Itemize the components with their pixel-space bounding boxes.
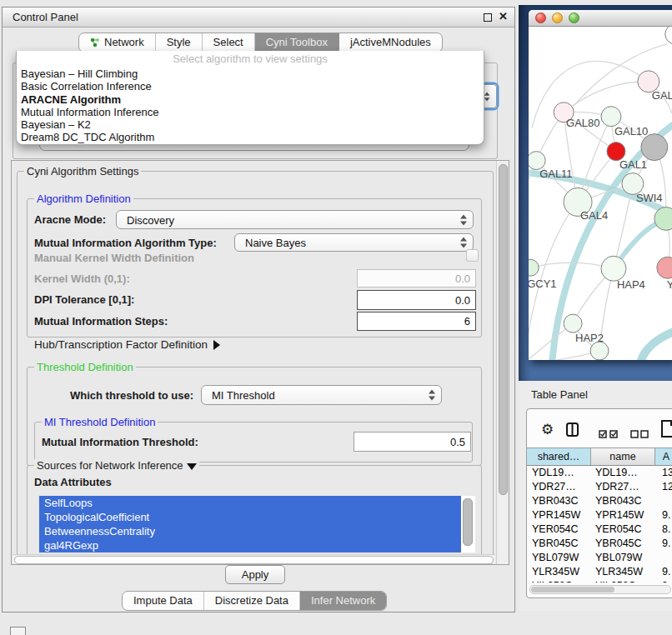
tab-jactivemnodules[interactable]: jActiveMNodules: [339, 33, 442, 52]
export-table-icon[interactable]: [660, 420, 672, 441]
network-view-window: GALGAL80GAL10GAL1GAL11SWI4GAL4GCY1HAP4YH…: [529, 10, 672, 360]
network-node-gal10[interactable]: [601, 107, 621, 127]
network-node[interactable]: [665, 27, 672, 44]
network-node[interactable]: [654, 207, 672, 230]
algorithm-option-mutual-information-inference[interactable]: Mutual Information Inference: [17, 106, 484, 118]
show-checked-columns-icon[interactable]: [599, 427, 619, 442]
gear-icon[interactable]: ⚙: [541, 421, 554, 438]
mi-steps-label: Mutual Information Steps:: [34, 315, 168, 328]
mi-algorithm-type-label: Mutual Information Algorithm Type:: [34, 237, 217, 249]
network-node-hap2[interactable]: [564, 314, 582, 332]
network-edge[interactable]: [640, 332, 672, 360]
table-cell: [655, 494, 672, 508]
tab-label: jActiveMNodules: [350, 33, 431, 52]
which-threshold-select[interactable]: MI Threshold: [201, 385, 442, 405]
stepper-arrows-icon: [429, 390, 436, 401]
mi-threshold-value: 0.5: [450, 436, 465, 448]
table-row[interactable]: YBR045CYBR045C9.: [527, 537, 672, 551]
column-header-name[interactable]: name: [591, 448, 655, 465]
table-body: YDL19…YDL19…13YDR27…YDR27…12YBR043CYBR04…: [527, 466, 672, 582]
network-canvas[interactable]: GALGAL80GAL10GAL1GAL11SWI4GAL4GCY1HAP4YH…: [529, 27, 672, 360]
attribute-item-selfloops[interactable]: SelfLoops: [39, 496, 461, 510]
table-row[interactable]: YLR345WYLR345W9.: [527, 565, 672, 579]
close-panel-icon[interactable]: ✕: [499, 10, 508, 22]
network-edge[interactable]: [529, 351, 599, 360]
table-cell: YDL19…: [527, 466, 591, 480]
network-node-hap4[interactable]: [601, 256, 626, 281]
table-row[interactable]: YPR145WYPR145W9.: [527, 508, 672, 522]
apply-button[interactable]: Apply: [225, 565, 285, 584]
settings-horizontal-scrollbar[interactable]: [13, 554, 495, 563]
tab-select[interactable]: Select: [203, 33, 255, 52]
data-attributes-list[interactable]: SelfLoopsTopologicalCoefficientBetweenne…: [39, 496, 475, 552]
dpi-tolerance-field[interactable]: 0.0: [357, 290, 476, 310]
threshold-definition-group: Threshold Definition Which threshold to …: [27, 367, 482, 466]
panel-title: Control Panel: [13, 11, 78, 23]
attribute-item-gal4rgexp[interactable]: gal4RGexp: [39, 538, 461, 552]
manual-kernel-width-checkbox[interactable]: [466, 249, 479, 262]
tab-label: Network: [104, 33, 144, 52]
mi-algorithm-type-select[interactable]: Naive Bayes: [234, 233, 474, 252]
float-panel-icon[interactable]: [484, 13, 492, 22]
network-window-titlebar[interactable]: [529, 10, 672, 27]
group-title: MI Threshold Definition: [42, 416, 158, 428]
table-horizontal-scrollbar[interactable]: [529, 585, 671, 594]
algorithm-option-basic-correlation-inference[interactable]: Basic Correlation Inference: [17, 80, 484, 92]
bottom-tab-bar: Impute DataDiscretize DataInfer Network: [122, 591, 387, 611]
tab-impute-data[interactable]: Impute Data: [123, 592, 204, 610]
scrollbar-thumb[interactable]: [531, 587, 614, 592]
node-label-gal10: GAL10: [614, 125, 648, 138]
algorithm-dropdown[interactable]: Select algorithm to view settings Bayesi…: [16, 51, 484, 145]
sources-expander[interactable]: Sources for Network Inference: [34, 459, 199, 472]
tab-infer-network[interactable]: Infer Network: [300, 592, 386, 610]
scrollbar-thumb[interactable]: [499, 164, 508, 495]
table-row[interactable]: YDL19…YDL19…13: [527, 466, 672, 480]
stepper-arrows-icon: [460, 214, 468, 225]
mi-algorithm-type-value: Naive Bayes: [245, 237, 306, 249]
column-header-shared[interactable]: shared…: [527, 448, 591, 465]
mi-steps-field[interactable]: 6: [357, 312, 476, 331]
network-node[interactable]: [590, 342, 609, 360]
network-node[interactable]: [641, 134, 668, 161]
settings-vertical-scrollbar[interactable]: [496, 161, 508, 564]
scrollbar-thumb[interactable]: [14, 556, 494, 564]
network-node-y[interactable]: [657, 257, 672, 278]
table-cell: YBL079W: [591, 551, 655, 565]
tab-label: Select: [213, 33, 243, 52]
table-cell: YPR145W: [591, 508, 655, 522]
list-scrollbar-thumb[interactable]: [463, 498, 473, 546]
network-node-gcy1[interactable]: [529, 259, 539, 276]
attribute-item-topologicalcoefficient[interactable]: TopologicalCoefficient: [39, 510, 461, 524]
tab-cyni-toolbox[interactable]: Cyni Toolbox: [255, 33, 339, 52]
table-row[interactable]: YBL079WYBL079W: [527, 551, 672, 565]
hide-columns-icon[interactable]: [630, 427, 649, 442]
table-cell: YER054C: [527, 522, 591, 537]
attribute-item-betweennesscentrality[interactable]: BetweennessCentrality: [39, 524, 461, 538]
tab-label: Cyni Toolbox: [266, 33, 328, 52]
tab-discretize-data[interactable]: Discretize Data: [204, 592, 300, 610]
table-row[interactable]: YIL052CYIL052C9: [527, 579, 672, 582]
tab-style[interactable]: Style: [156, 33, 203, 52]
algorithm-option-bayesian-k2[interactable]: Bayesian – K2: [17, 118, 484, 131]
zoom-window-icon[interactable]: [569, 12, 579, 23]
table-row[interactable]: YBR043CYBR043C: [527, 494, 672, 508]
dpi-tolerance-label: DPI Tolerance [0,1]:: [34, 293, 134, 306]
close-window-icon[interactable]: [535, 12, 546, 23]
algorithm-option-dream8-dc-tdc-algorithm[interactable]: Dream8 DC_TDC Algorithm: [17, 131, 484, 143]
algorithm-option-bayesian-hill-climbing[interactable]: Bayesian – Hill Climbing: [17, 68, 484, 80]
columns-icon[interactable]: [566, 422, 579, 440]
algorithm-option-aracne-algorithm[interactable]: ARACNE Algorithm: [17, 93, 484, 106]
column-header-a[interactable]: A: [655, 448, 672, 465]
bottom-left-widget[interactable]: [10, 627, 26, 635]
group-title: Threshold Definition: [34, 361, 136, 373]
tab-network[interactable]: Network: [79, 33, 156, 52]
node-label-gal11: GAL11: [539, 168, 572, 180]
mi-threshold-definition-group: MI Threshold Definition Mutual Informati…: [34, 422, 473, 462]
mi-threshold-field[interactable]: 0.5: [354, 432, 471, 452]
hub-definition-expander[interactable]: Hub/Transcription Factor Definition: [34, 338, 220, 351]
table-row[interactable]: YDR27…YDR27…12: [527, 480, 672, 494]
table-row[interactable]: YER054CYER054C8.: [527, 522, 672, 537]
minimize-window-icon[interactable]: [552, 12, 563, 23]
kernel-width-field[interactable]: 0.0: [357, 269, 476, 288]
aracne-mode-select[interactable]: Discovery: [116, 210, 474, 229]
